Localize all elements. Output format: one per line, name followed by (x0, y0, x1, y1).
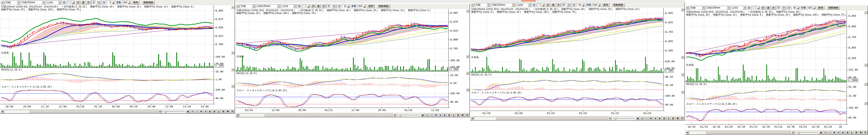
bar-width-slider[interactable] (612, 117, 634, 120)
period-button[interactable]: 月 (556, 3, 561, 7)
chevron-down-icon[interactable]: ▼ (743, 6, 746, 9)
chart-tool-button[interactable]: ■ (438, 113, 442, 117)
chevron-down-icon[interactable]: ▼ (512, 3, 515, 7)
daily-interval-spinner[interactable]: 1 (537, 3, 545, 7)
minute-interval-spinner[interactable]: 30 (577, 3, 585, 7)
period-button[interactable]: 日 (546, 3, 550, 7)
main-pane-settings-dropdown[interactable]: ▼ (231, 6, 235, 9)
scrollbar-thumb[interactable] (496, 117, 608, 120)
main-pane-settings-dropdown[interactable]: ▼ (466, 9, 469, 12)
spinner-grip-icon[interactable] (307, 5, 310, 8)
stoch-pane-settings-dropdown[interactable]: ▼ (466, 88, 469, 91)
spinner-grip-icon[interactable] (363, 5, 366, 8)
daily-interval-spinner[interactable]: 1 (302, 4, 310, 8)
chart-tool-button[interactable]: ◀| (421, 113, 425, 117)
chevron-down-icon[interactable]: ▼ (17, 1, 20, 4)
scroll-left-button[interactable]: ◀ (1, 110, 4, 113)
scroll-right-button[interactable]: ▶ (393, 113, 397, 117)
stoch-pane-settings-dropdown[interactable]: ▼ (681, 90, 684, 94)
scrollbar-thumb[interactable] (706, 131, 791, 134)
scroll-right-button[interactable]: ▶ (608, 117, 612, 120)
chart-tool-button[interactable]: － (644, 116, 649, 120)
period-button[interactable]: 月 (321, 4, 326, 8)
macd-pane-settings-dropdown[interactable]: ▼ (466, 72, 469, 75)
spinner-grip-icon[interactable] (128, 1, 130, 4)
chart-tool-button[interactable]: L (452, 113, 456, 117)
chevron-down-icon[interactable]: ▼ (58, 1, 61, 4)
chart-tool-button[interactable]: ＋ (823, 131, 827, 134)
stoch-pane-settings-dropdown[interactable]: ▼ (231, 85, 235, 88)
macd-pane-settings-dropdown[interactable]: ▼ (231, 68, 235, 71)
chart-tool-button[interactable]: ✕ (680, 116, 684, 120)
contract-month-select[interactable]: 12/03 ▼ (281, 4, 297, 8)
contract-month-select[interactable]: 12/03 ▼ (731, 6, 747, 10)
macd-pane-settings-dropdown[interactable]: ▼ (864, 83, 868, 86)
period-button[interactable]: T (97, 1, 101, 4)
horizontal-scrollbar[interactable] (474, 117, 608, 120)
chart-tool-button[interactable]: ▶ (208, 110, 212, 113)
chart-tool-button[interactable]: D (662, 116, 666, 120)
volume-pane-settings-dropdown[interactable]: ▼ (864, 63, 868, 66)
chart-tool-button[interactable]: － (194, 110, 199, 113)
bar-width-slider[interactable] (397, 113, 420, 117)
period-button[interactable]: T (781, 6, 786, 10)
multi-symbol-button[interactable]: 複数銘柄 (142, 1, 155, 4)
spinner-grip-icon[interactable] (582, 4, 584, 6)
scroll-right-button[interactable]: ▶ (159, 110, 162, 113)
multi-symbol-button[interactable]: 複数銘柄 (377, 4, 390, 8)
chart-tool-button[interactable]: ＋ (640, 116, 644, 120)
chart-tool-button[interactable]: ▶ (658, 116, 662, 120)
bar-count-spinner[interactable]: 500 (122, 1, 131, 4)
chart-tool-button[interactable]: L (666, 116, 671, 120)
horizontal-scrollbar[interactable] (4, 110, 158, 113)
stoch-pane-settings-dropdown[interactable]: ▼ (864, 102, 868, 105)
chevron-down-icon[interactable]: ▼ (487, 3, 490, 7)
window-menu-button[interactable]: ▼ (686, 6, 689, 9)
period-button[interactable]: 月 (86, 1, 91, 4)
minute-interval-spinner[interactable]: 15 (342, 4, 350, 8)
spinner-grip-icon[interactable] (112, 1, 114, 4)
macd-pane-settings-dropdown[interactable]: ▼ (681, 73, 684, 76)
chart-tool-button[interactable]: ＋ (425, 113, 429, 117)
chart-tool-button[interactable]: ▶ (841, 131, 845, 134)
category-select[interactable]: 先物 ▼ (475, 3, 490, 7)
chart-tool-button[interactable]: ▶ (443, 113, 447, 117)
price-chart-canvas[interactable] (470, 7, 684, 116)
spinner-grip-icon[interactable] (347, 5, 349, 8)
category-select[interactable]: 先物 ▼ (5, 1, 21, 4)
volume-pane-settings-dropdown[interactable]: ▼ (681, 56, 684, 59)
period-button[interactable]: 週 (766, 6, 771, 10)
period-button[interactable]: 日 (75, 1, 81, 4)
symbol-select[interactable]: 日経225mini ▼ (256, 4, 281, 8)
chevron-down-icon[interactable]: ▼ (528, 3, 531, 7)
chart-tool-button[interactable]: ✥ (649, 116, 653, 120)
chart-tool-button[interactable]: ＋ (190, 110, 194, 113)
scroll-left-button[interactable]: ◀ (471, 117, 474, 120)
daily-interval-spinner[interactable]: 1 (67, 1, 75, 4)
chart-tool-button[interactable]: ⊕ (226, 110, 230, 113)
period-button[interactable]: 日 (761, 6, 765, 10)
contract-month-select[interactable]: 12/03 ▼ (46, 1, 62, 4)
horizontal-scrollbar[interactable] (689, 131, 792, 134)
scrollbar-thumb[interactable] (264, 114, 393, 116)
category-select[interactable]: 先物 ▼ (240, 4, 256, 8)
chart-tool-button[interactable]: ◀| (186, 110, 190, 113)
chart-tool-button[interactable]: R (456, 113, 460, 117)
chart-tool-button[interactable]: D (845, 131, 849, 134)
period-button[interactable]: 分 (776, 6, 781, 10)
main-pane-settings-dropdown[interactable]: ▼ (681, 8, 684, 11)
chart-tool-button[interactable]: D (447, 113, 452, 117)
chart-tool-button[interactable]: ■ (836, 131, 841, 134)
chevron-down-icon[interactable]: ▼ (727, 6, 730, 9)
spinner-grip-icon[interactable] (797, 6, 799, 9)
window-menu-button[interactable]: ▼ (1, 1, 4, 4)
symbol-select[interactable]: 日経225mini ▼ (21, 1, 45, 4)
period-button[interactable]: 週 (551, 3, 556, 7)
slider-thumb[interactable] (797, 131, 800, 134)
chart-tool-button[interactable]: ⊕ (676, 116, 680, 120)
slider-thumb[interactable] (614, 117, 616, 120)
chart-tool-button[interactable]: L (850, 131, 854, 134)
minute-interval-spinner[interactable]: 5 (107, 1, 115, 4)
window-menu-button[interactable]: ▼ (471, 3, 474, 7)
chart-tool-button[interactable]: ⊕ (461, 113, 465, 117)
